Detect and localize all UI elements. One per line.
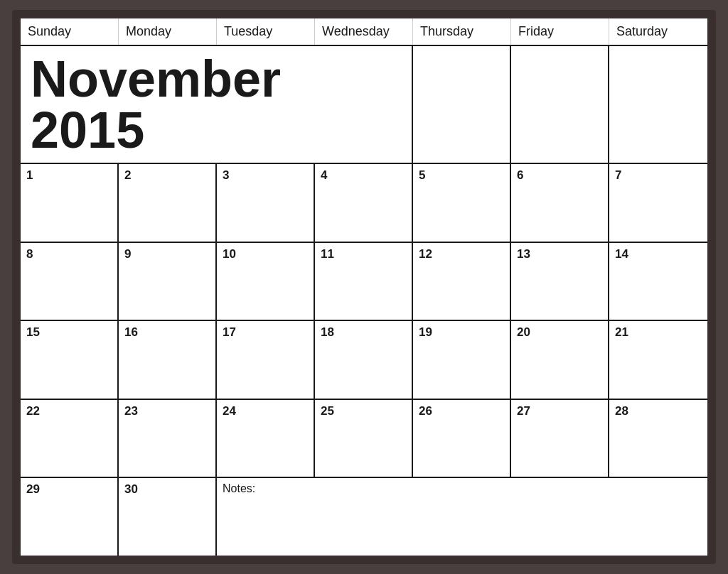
cell-16: 16 [119,321,217,399]
cell-28: 28 [609,400,707,477]
cell-17: 17 [217,321,315,399]
calendar-row-title: November 2015 [21,46,707,164]
cell-empty-fri [511,46,609,163]
header-monday: Monday [119,18,217,45]
cell-23: 23 [119,400,217,477]
cell-25: 25 [315,400,413,477]
cell-22: 22 [21,400,119,477]
cell-15: 15 [21,321,119,399]
header-friday: Friday [511,18,609,45]
cell-18: 18 [315,321,413,399]
notes-cell: Notes: [217,478,707,556]
calendar-row-1: 1 2 3 4 5 6 7 [21,164,707,243]
cell-6: 6 [511,164,609,242]
cell-27: 27 [511,400,609,477]
header-saturday: Saturday [609,18,707,45]
cell-5: 5 [413,164,511,242]
header-sunday: Sunday [21,18,119,45]
cell-26: 26 [413,400,511,477]
cell-12: 12 [413,243,511,320]
cell-21: 21 [609,321,707,399]
cell-1: 1 [21,164,119,242]
cell-11: 11 [315,243,413,320]
calendar-outer: Sunday Monday Tuesday Wednesday Thursday… [12,10,716,564]
cell-10: 10 [217,243,315,320]
notes-label: Notes: [223,482,255,494]
calendar-row-4: 22 23 24 25 26 27 28 [21,400,707,479]
cell-20: 20 [511,321,609,399]
cell-8: 8 [21,243,119,320]
cell-9: 9 [119,243,217,320]
month-title-cell: November 2015 [21,46,413,163]
cell-13: 13 [511,243,609,320]
cell-3: 3 [217,164,315,242]
header-tuesday: Tuesday [217,18,315,45]
header-wednesday: Wednesday [315,18,413,45]
header-thursday: Thursday [413,18,511,45]
calendar-row-5: 29 30 Notes: [21,478,707,556]
cell-empty-thu [413,46,511,163]
cell-24: 24 [217,400,315,477]
cell-7: 7 [609,164,707,242]
calendar-body: November 2015 1 2 3 4 5 6 7 8 9 10 [21,46,707,556]
cell-14: 14 [609,243,707,320]
cell-19: 19 [413,321,511,399]
cell-empty-sat [609,46,707,163]
calendar-row-3: 15 16 17 18 19 20 21 [21,321,707,400]
cell-29: 29 [21,478,119,556]
calendar-inner: Sunday Monday Tuesday Wednesday Thursday… [21,18,707,556]
cell-2: 2 [119,164,217,242]
day-headers: Sunday Monday Tuesday Wednesday Thursday… [21,18,707,46]
cell-4: 4 [315,164,413,242]
calendar-row-2: 8 9 10 11 12 13 14 [21,243,707,322]
cell-30: 30 [119,478,217,556]
month-title: November 2015 [31,53,402,156]
